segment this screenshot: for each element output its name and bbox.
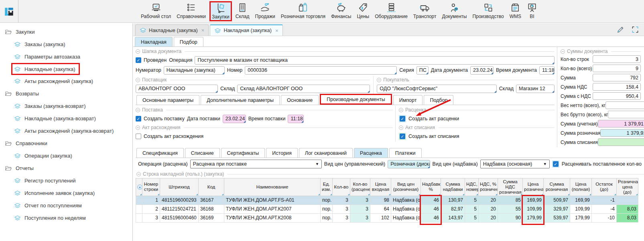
- series-input[interactable]: ПС: [416, 66, 429, 75]
- grid-cell[interactable]: 82,97: [441, 205, 465, 213]
- grid-cell[interactable]: Надбавка (ос: [391, 205, 421, 213]
- toolbar-item-cart[interactable]: Закупки: [209, 1, 232, 21]
- grid-cell[interactable]: 5: [465, 196, 479, 205]
- posted-checkbox[interactable]: ✓: [136, 57, 141, 63]
- grid-cell[interactable]: ТУФЛИ ЖЕН.ДОМ.АРТ.К2008: [224, 213, 321, 222]
- toolbar-item-retail[interactable]: Розничная торговля: [279, 1, 327, 21]
- grid-cell[interactable]: 46: [421, 205, 441, 213]
- sidebar-item-0-2[interactable]: Накладные (закупка): [11, 63, 80, 75]
- sum-value[interactable]: 9: [593, 65, 641, 72]
- sidebar-folder-1[interactable]: Возвраты: [0, 87, 132, 100]
- doc-time-input[interactable]: 11:18: [539, 66, 555, 75]
- grid-cell[interactable]: 3: [333, 205, 350, 213]
- ptab-1[interactable]: Дополнительные параметры: [201, 95, 280, 105]
- markup-type-select[interactable]: Надбавка (основная) ▼: [480, 160, 550, 168]
- grid-cell[interactable]: пор.: [321, 213, 333, 222]
- sum-value[interactable]: 1 379,91: [600, 129, 644, 137]
- delivery-date-input[interactable]: 23.02.24: [223, 115, 246, 123]
- grid-cell[interactable]: 509,97: [544, 196, 570, 205]
- grid-cell[interactable]: 179,99: [523, 213, 544, 222]
- grid-cell[interactable]: 20: [479, 205, 498, 213]
- grid-cell[interactable]: 8,03: [617, 205, 638, 213]
- document-tab-0[interactable]: Накладные (закупка)×: [135, 24, 209, 36]
- table-row-2[interactable]: 3481519600046036169ТУФЛИ ЖЕН.ДОМ.АРТ.К20…: [136, 213, 638, 222]
- ptab-0[interactable]: Основные параметры: [136, 95, 199, 105]
- grid-cell[interactable]: 3: [350, 205, 370, 213]
- grid-cell[interactable]: 3: [350, 196, 370, 205]
- grid-cell[interactable]: 3: [333, 213, 350, 222]
- grid-cell[interactable]: 36167: [199, 196, 224, 205]
- grid-col-header-17[interactable]: Цена (полная): [570, 178, 592, 196]
- sum-value[interactable]: 0,9: [608, 111, 644, 118]
- grid-col-header-15[interactable]: Цена розничная: [523, 178, 544, 196]
- sum-value[interactable]: 9: [605, 101, 644, 109]
- grid-cell[interactable]: 64: [370, 205, 391, 213]
- grid-cell[interactable]: Надбавка (ос: [391, 196, 421, 205]
- toolbar-item-equipment[interactable]: Оборудование: [373, 1, 410, 21]
- grid-cell[interactable]: 3: [350, 213, 370, 222]
- sidebar-item-3-2[interactable]: Отчет по поступлениям: [12, 199, 85, 212]
- grid-cell[interactable]: 4815196000460: [160, 213, 199, 222]
- numerator-input[interactable]: Накладные (закупка): [164, 66, 225, 75]
- delivery-time-input[interactable]: 11:18: [288, 115, 304, 123]
- grid-cell[interactable]: 169,99: [570, 196, 592, 205]
- ptab-5[interactable]: Подбор: [424, 95, 453, 105]
- grid-cell[interactable]: 109,99: [523, 205, 544, 213]
- sidebar-item-0-1[interactable]: Параметры автозаказа: [12, 51, 83, 63]
- sidebar-item-3-3[interactable]: Поступления по неделям: [12, 212, 89, 224]
- grid-cell[interactable]: 46: [421, 196, 441, 205]
- toolbar-item-bi[interactable]: BI: [525, 1, 539, 21]
- grid-cell[interactable]: 169,99: [523, 196, 544, 205]
- grid-cell[interactable]: -4: [592, 205, 617, 213]
- number-input[interactable]: 0000336: [245, 66, 397, 75]
- close-icon[interactable]: ×: [201, 27, 205, 33]
- btab-1[interactable]: Списание: [185, 148, 220, 158]
- grid-cell[interactable]: -1: [592, 196, 617, 205]
- supplier-name-input[interactable]: АВАЛОНТОРГ ООО: [136, 85, 218, 93]
- table-row-1[interactable]: 2481121502472136168ТУФЛИ ЖЕН.ДОМ.АРТ.К20…: [136, 205, 638, 213]
- grid-cell[interactable]: Надбавка (ос: [391, 213, 421, 222]
- buyer-name-input[interactable]: ОДО "ЛюксСофтСервис": [377, 85, 496, 93]
- grid-cell[interactable]: 5: [465, 205, 479, 213]
- subtab-0[interactable]: Накладная: [135, 37, 173, 47]
- btab-4[interactable]: Лог сканирований: [299, 148, 353, 158]
- sidebar-folder-2[interactable]: Справочники: [0, 137, 132, 150]
- pricing-operation-select[interactable]: Расценка при поставке ▼: [190, 160, 322, 168]
- grid-cell[interactable]: -10: [592, 213, 617, 222]
- reprice-checkbox[interactable]: ✓: [553, 161, 559, 167]
- grid-col-header-13[interactable]: НДС, % розничный: [479, 178, 498, 196]
- sidebar-item-1-0[interactable]: Заказы (закупка-возврат): [12, 100, 89, 112]
- create-pricing-act-checkbox[interactable]: ✓: [400, 116, 405, 122]
- grid-cell[interactable]: ТУФЛИ ЖЕН.ДОМ.АРТ.К2007: [224, 205, 321, 213]
- toolbar-item-sales[interactable]: Продажи: [253, 1, 277, 21]
- sum-value[interactable]: 950,4: [593, 92, 641, 100]
- price-type-mgmt-input[interactable]: Розничная (диска: [388, 160, 430, 168]
- grid-cell[interactable]: 8,03: [617, 213, 638, 222]
- btab-2[interactable]: Сертификаты: [221, 148, 265, 158]
- toolbar-item-list[interactable]: Справочники: [175, 1, 208, 21]
- create-writeoff-act-checkbox[interactable]: ✓: [400, 134, 405, 139]
- app-logo[interactable]: [0, 0, 18, 22]
- grid-col-header-9[interactable]: Вид цен (розничная): [391, 178, 421, 196]
- collapse-icon[interactable]: [136, 172, 141, 176]
- grid-cell[interactable]: 130,97: [441, 196, 465, 205]
- grid-cell[interactable]: 90: [498, 213, 523, 222]
- grid-cell[interactable]: [617, 196, 638, 205]
- grid-cell[interactable]: 36169: [199, 213, 224, 222]
- grid-cell[interactable]: пор.: [321, 196, 333, 205]
- grid-col-header-18[interactable]: Остаток (до): [592, 178, 617, 196]
- grid-cell[interactable]: пор.: [321, 205, 333, 213]
- sidebar-item-1-2[interactable]: Акты расхождений (закупка-возврат): [12, 125, 117, 137]
- collapse-icon[interactable]: [399, 108, 403, 112]
- operation-input[interactable]: Поступление в магазин от поставщика: [195, 56, 555, 65]
- grid-cell[interactable]: [136, 205, 142, 213]
- collapse-icon[interactable]: [377, 78, 381, 82]
- sum-value[interactable]: [598, 138, 644, 146]
- btab-5[interactable]: Расценка: [354, 148, 388, 158]
- edit-icon[interactable]: [616, 25, 625, 35]
- sidebar-item-0-3[interactable]: Акты расхождений (закупка): [12, 75, 96, 87]
- toolbar-item-wms[interactable]: WMS: [508, 1, 523, 21]
- grid-cell[interactable]: 1: [142, 196, 160, 205]
- grid-col-header-16[interactable]: Сумма розничная: [544, 178, 570, 196]
- grid-cell[interactable]: [136, 213, 142, 222]
